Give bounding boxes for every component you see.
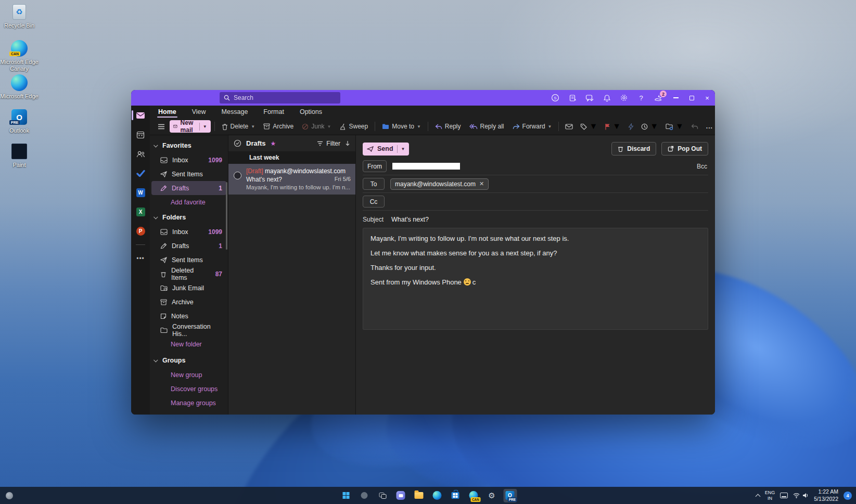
discard-button[interactable]: Discard bbox=[611, 142, 656, 156]
settings-button[interactable]: ⚙ bbox=[485, 489, 499, 502]
notes-feed-icon[interactable] bbox=[568, 93, 577, 102]
store-button[interactable] bbox=[449, 489, 462, 502]
favorite-drafts[interactable]: Drafts 1 bbox=[151, 181, 226, 195]
file-explorer-button[interactable] bbox=[412, 489, 426, 502]
start-button[interactable] bbox=[339, 489, 353, 502]
feedback-icon[interactable] bbox=[585, 93, 594, 102]
outlook-taskbar-button[interactable]: O PRE bbox=[503, 489, 517, 502]
rail-more-apps-button[interactable]: ••• bbox=[131, 253, 150, 264]
subject-row[interactable]: Subject What's next? bbox=[363, 211, 708, 228]
whats-new-icon[interactable]: 2 bbox=[654, 93, 663, 102]
folder-sent-items[interactable]: Sent Items bbox=[151, 253, 226, 267]
tab-view[interactable]: View bbox=[191, 107, 207, 118]
archive-button[interactable]: Archive bbox=[260, 121, 297, 132]
search-input[interactable] bbox=[234, 94, 322, 101]
maximize-button[interactable] bbox=[684, 90, 699, 106]
categorize-tag-button[interactable]: ▼ bbox=[578, 120, 600, 133]
tab-message[interactable]: Message bbox=[221, 107, 249, 118]
select-all-icon[interactable] bbox=[234, 139, 241, 147]
new-mail-button[interactable]: New mail ▼ bbox=[170, 120, 211, 133]
notifications-bell-icon[interactable] bbox=[602, 93, 611, 102]
rail-word-button[interactable]: W bbox=[131, 187, 150, 198]
language-indicator[interactable]: ENGIN bbox=[765, 490, 775, 501]
filter-button[interactable]: Filter bbox=[317, 140, 340, 147]
snooze-button[interactable]: ▼ bbox=[638, 120, 661, 133]
to-button[interactable]: To bbox=[363, 178, 385, 190]
desktop-icon-outlook[interactable]: O PRE Outlook bbox=[0, 108, 39, 134]
rules-button[interactable]: ▼ bbox=[663, 120, 686, 133]
manage-groups-link[interactable]: Manage groups bbox=[150, 396, 228, 410]
to-row[interactable]: To mayank@windowslatest.com ✕ bbox=[363, 175, 708, 193]
move-to-button[interactable]: Move to▼ bbox=[379, 121, 424, 132]
send-dropdown[interactable]: ▼ bbox=[401, 147, 405, 151]
pop-out-button[interactable]: Pop Out bbox=[661, 142, 708, 156]
favorites-section-header[interactable]: Favorites bbox=[150, 138, 228, 153]
message-select-radio[interactable] bbox=[234, 172, 241, 179]
sweep-button[interactable]: Sweep bbox=[337, 121, 372, 132]
chat-button[interactable] bbox=[394, 489, 407, 502]
rail-powerpoint-button[interactable]: P bbox=[131, 225, 150, 237]
task-view-button[interactable] bbox=[376, 489, 389, 502]
folder-pane-scrollbar[interactable] bbox=[226, 182, 227, 250]
cc-row[interactable]: Cc bbox=[363, 193, 708, 211]
edge-canary-button[interactable]: CAN bbox=[467, 489, 480, 502]
skype-icon[interactable]: S bbox=[551, 93, 560, 102]
hamburger-menu-button[interactable] bbox=[155, 122, 168, 132]
touch-keyboard-icon[interactable] bbox=[780, 493, 788, 498]
rail-calendar-button[interactable] bbox=[131, 129, 150, 140]
favorite-sent-items[interactable]: Sent Items bbox=[151, 167, 226, 181]
search-button[interactable] bbox=[357, 489, 371, 502]
folder-archive[interactable]: Archive bbox=[151, 295, 226, 309]
desktop-icon-edge[interactable]: Microsoft Edge bbox=[0, 74, 39, 100]
star-icon[interactable]: ★ bbox=[271, 140, 276, 147]
message-list-item[interactable]: [Draft] mayank@windowslatest.com What's … bbox=[228, 164, 355, 195]
edge-button[interactable] bbox=[430, 489, 444, 502]
subject-value[interactable]: What's next? bbox=[391, 216, 429, 223]
rail-excel-button[interactable]: X bbox=[131, 206, 150, 217]
help-icon[interactable]: ? bbox=[636, 93, 646, 102]
desktop-icon-edge-canary[interactable]: CAN Microsoft Edge Canary bbox=[0, 40, 39, 72]
rail-people-button[interactable] bbox=[131, 148, 150, 160]
forward-button[interactable]: Forward▼ bbox=[509, 121, 555, 132]
folder-notes[interactable]: Notes bbox=[151, 309, 226, 323]
reply-all-button[interactable]: Reply all bbox=[466, 121, 507, 132]
desktop-icon-recycle-bin[interactable]: ♻ Recycle Bin bbox=[0, 3, 39, 29]
read-unread-button[interactable] bbox=[563, 122, 576, 132]
groups-section-header[interactable]: Groups bbox=[150, 353, 228, 368]
notification-count-badge[interactable]: 4 bbox=[844, 492, 852, 500]
close-button[interactable]: × bbox=[699, 90, 715, 106]
search-box[interactable] bbox=[220, 92, 340, 104]
folders-section-header[interactable]: Folders bbox=[150, 210, 228, 225]
reply-button[interactable]: Reply bbox=[432, 121, 464, 132]
tray-overflow-chevron[interactable] bbox=[755, 494, 760, 499]
folder-drafts[interactable]: Drafts 1 bbox=[151, 239, 226, 253]
discover-groups-link[interactable]: Discover groups bbox=[150, 382, 228, 396]
message-body-editor[interactable]: Mayank, I'm writing to follow up. I'm no… bbox=[363, 228, 708, 330]
delete-button[interactable]: Delete▼ bbox=[219, 121, 259, 132]
flag-button[interactable]: ▼ bbox=[602, 120, 623, 133]
tab-home[interactable]: Home bbox=[157, 107, 177, 118]
quick-steps-button[interactable] bbox=[625, 121, 636, 132]
remove-recipient-icon[interactable]: ✕ bbox=[479, 180, 484, 187]
desktop-icon-paint[interactable]: Paint bbox=[0, 143, 39, 169]
add-favorite-link[interactable]: Add favorite bbox=[150, 195, 228, 209]
send-button[interactable]: Send ▼ bbox=[363, 143, 409, 156]
new-group-link[interactable]: New group bbox=[150, 368, 228, 382]
recipient-chip[interactable]: mayank@windowslatest.com ✕ bbox=[390, 178, 489, 190]
network-volume-icons[interactable] bbox=[793, 493, 809, 498]
widgets-icon[interactable] bbox=[4, 490, 15, 501]
tray-clock[interactable]: 1:22 AM 5/13/2022 bbox=[814, 488, 838, 502]
new-mail-dropdown[interactable]: ▼ bbox=[203, 124, 207, 129]
sort-arrow-icon[interactable] bbox=[345, 140, 350, 146]
undo-button[interactable] bbox=[688, 122, 701, 132]
more-options-button[interactable]: ... bbox=[703, 121, 715, 132]
from-button[interactable]: From bbox=[363, 160, 387, 172]
new-folder-link[interactable]: New folder bbox=[150, 337, 228, 351]
rail-mail-button[interactable] bbox=[131, 110, 150, 121]
cc-button[interactable]: Cc bbox=[363, 196, 385, 208]
folder-junk-email[interactable]: Junk Email bbox=[151, 281, 226, 295]
favorite-inbox[interactable]: Inbox 1099 bbox=[151, 153, 226, 167]
tab-options[interactable]: Options bbox=[299, 107, 323, 118]
settings-gear-icon[interactable] bbox=[619, 93, 629, 102]
folder-inbox[interactable]: Inbox 1099 bbox=[151, 225, 226, 239]
